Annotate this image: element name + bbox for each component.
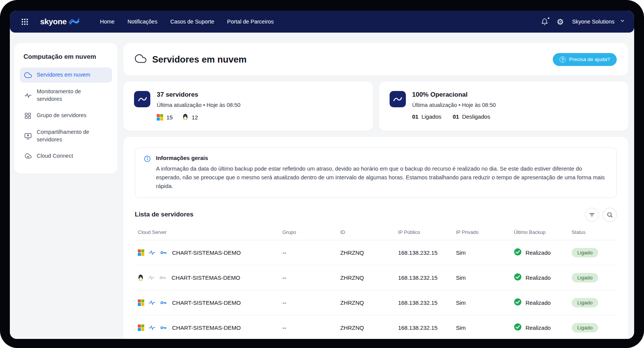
check-circle-icon [514, 248, 522, 257]
cell-ip-publico: 168.138.232.15 [395, 265, 453, 290]
check-circle-icon [514, 298, 522, 307]
monitoring-icon[interactable] [148, 249, 156, 256]
windows-icon [138, 299, 144, 306]
ligados-count: 01Ligados [412, 113, 441, 120]
skyone-logo[interactable]: skyone [40, 17, 80, 26]
filter-button[interactable] [585, 208, 599, 222]
col-id: ID [337, 225, 395, 240]
cell-id: ZHRZNQ [337, 240, 395, 265]
desligados-count: 01Desligados [453, 113, 490, 120]
logo-text: skyone [40, 17, 67, 26]
windows-icon [138, 249, 144, 256]
server-list-card: Informações gerais A informação da data … [123, 137, 628, 339]
nav-item-home[interactable]: Home [100, 19, 115, 25]
list-title: Lista de servidores [135, 211, 193, 218]
table-row[interactable]: CHART-SISTEMAS-DEMO -- ZHRZNQ 168.138.23… [135, 240, 617, 265]
page-title: Servidores em nuvem [152, 54, 246, 65]
col-status: Status [569, 225, 617, 240]
monitoring-icon[interactable] [148, 274, 155, 281]
check-circle-icon [514, 273, 522, 282]
search-button[interactable] [603, 208, 617, 222]
help-button-label: Precisa de ajuda? [569, 56, 610, 62]
operational-percent: 100% Operacional [412, 91, 496, 99]
question-icon: ? [560, 56, 566, 63]
server-name: CHART-SISTEMAS-DEMO [172, 324, 241, 331]
nav-item-portal-de-parceiros[interactable]: Portal de Parceiros [227, 19, 274, 25]
screen-share-icon [24, 132, 32, 140]
linux-count: 12 [182, 113, 198, 121]
col-ip-privado: IP Privado [453, 225, 511, 240]
cell-ip-privado: Sim [453, 240, 511, 265]
windows-count: 15 [157, 114, 173, 121]
cell-ip-privado: Sim [453, 290, 511, 315]
sidebar-item-grupo-de-servidores[interactable]: Grupo de servidores [20, 108, 112, 123]
col-grupo: Grupo [279, 225, 337, 240]
cloud-icon [24, 71, 32, 79]
linux-icon [182, 113, 188, 121]
linux-icon [138, 274, 143, 281]
sidebar-item-cloud-connect[interactable]: Cloud Connect [20, 149, 112, 164]
table-header-row: Cloud Server Grupo ID IP Público IP Priv… [135, 225, 617, 240]
cell-id: ZHRZNQ [337, 290, 395, 315]
sidebar-item-label: Grupo de servidores [37, 112, 86, 119]
sidebar: Computação em nuvem Servidores em nuvem … [14, 43, 117, 174]
key-icon[interactable] [160, 324, 167, 331]
cell-ip-publico: 168.138.232.15 [395, 315, 453, 339]
cloud-server-icon [135, 53, 147, 66]
sidebar-item-servidores-em-nuvem[interactable]: Servidores em nuvem [20, 67, 112, 83]
col-ip-publico: IP Público [395, 225, 453, 240]
account-menu[interactable]: Skyone Solutions [572, 18, 625, 25]
operational-stat-icon [390, 91, 406, 107]
activity-icon [24, 92, 32, 99]
cloud-connect-icon [24, 152, 32, 160]
top-navbar: skyone Home Notificações Casos de Suport… [10, 11, 634, 33]
sidebar-item-compartilhamento[interactable]: Compartilhamento de servidores [20, 125, 112, 147]
info-text: A informação da data do último backup po… [156, 165, 608, 191]
backup-status: Realizado [525, 324, 551, 331]
sidebar-item-monitoramento[interactable]: Monitoramento de servidores [20, 84, 112, 107]
servers-stat-icon [134, 91, 150, 107]
status-badge: Ligado [572, 323, 599, 332]
main-content: Servidores em nuvem ? Precisa de ajuda? [123, 43, 630, 339]
cell-grupo: -- [279, 315, 337, 339]
table-row[interactable]: CHART-SISTEMAS-DEMO -- ZHRZNQ 168.138.23… [135, 265, 617, 290]
help-button[interactable]: ? Precisa de ajuda? [553, 53, 617, 66]
servers-updated: Última atualização • Hoje às 08:50 [157, 102, 240, 108]
status-badge: Ligado [572, 298, 599, 307]
stats-row: 37 servidores Última atualização • Hoje … [123, 82, 628, 131]
window-frame: skyone Home Notificações Casos de Suport… [0, 0, 644, 348]
operational-updated: Última atualização • Hoje às 08:50 [412, 102, 496, 108]
bell-icon[interactable] [541, 18, 548, 25]
nav-item-notificacoes[interactable]: Notificações [128, 19, 157, 25]
apps-grid-icon[interactable] [19, 16, 30, 27]
backup-status: Realizado [525, 249, 551, 256]
table-row[interactable]: CHART-SISTEMAS-DEMO -- ZHRZNQ 168.138.23… [135, 290, 617, 315]
gear-icon[interactable]: ⚙ [557, 18, 564, 26]
notification-dot [548, 17, 549, 19]
account-name: Skyone Solutions [572, 19, 614, 25]
nav-links: Home Notificações Casos de Suporte Porta… [100, 19, 274, 25]
monitoring-icon[interactable] [148, 324, 156, 331]
key-icon[interactable] [160, 299, 167, 306]
monitoring-icon[interactable] [148, 299, 156, 306]
key-icon[interactable] [159, 274, 166, 281]
cell-ip-publico: 168.138.232.15 [395, 240, 453, 265]
server-name: CHART-SISTEMAS-DEMO [172, 274, 240, 281]
cell-grupo: -- [279, 290, 337, 315]
server-table: Cloud Server Grupo ID IP Público IP Priv… [135, 225, 617, 339]
table-row[interactable]: CHART-SISTEMAS-DEMO -- ZHRZNQ 168.138.23… [135, 315, 617, 339]
cell-grupo: -- [279, 240, 337, 265]
page-header-card: Servidores em nuvem ? Precisa de ajuda? [123, 43, 628, 75]
status-badge: Ligado [572, 273, 599, 282]
sidebar-item-label: Servidores em nuvem [37, 71, 90, 79]
cell-ip-privado: Sim [453, 265, 511, 290]
server-table-body: CHART-SISTEMAS-DEMO -- ZHRZNQ 168.138.23… [135, 240, 617, 339]
info-title: Informações gerais [156, 155, 608, 161]
nav-item-casos-de-suporte[interactable]: Casos de Suporte [170, 19, 214, 25]
check-circle-icon [514, 323, 522, 332]
servers-count: 37 servidores [157, 91, 240, 99]
server-name: CHART-SISTEMAS-DEMO [172, 299, 241, 306]
windows-icon [157, 114, 163, 121]
col-cloud-server: Cloud Server [135, 225, 279, 240]
key-icon[interactable] [160, 249, 167, 256]
